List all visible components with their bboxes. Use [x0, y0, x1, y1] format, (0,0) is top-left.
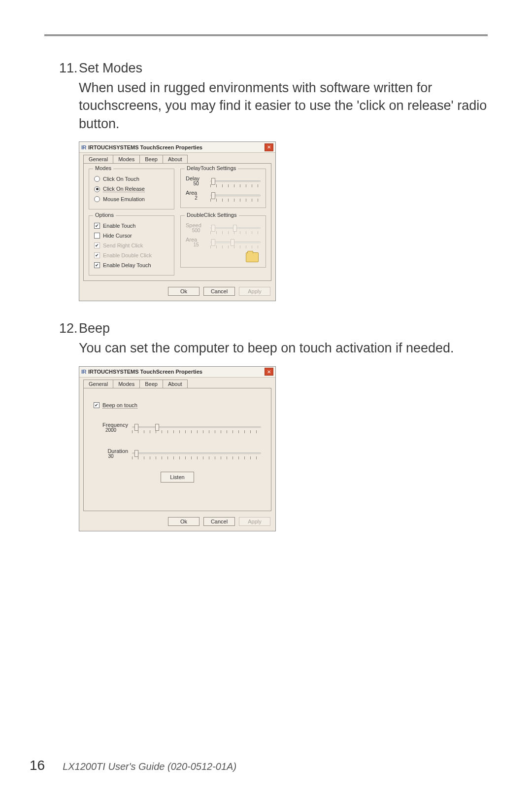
window-title: IRTOUCHSYSTEMS TouchScreen Properties — [88, 144, 202, 150]
section11-heading: 11.Set Modes — [59, 61, 488, 76]
check-enable-double-click: ✔ Enable Double Click — [94, 250, 169, 260]
slider-dbl-area: Area 15 — [186, 235, 261, 249]
group-delay-legend: DelayTouch Settings — [185, 165, 238, 171]
cancel-button[interactable]: Cancel — [203, 287, 235, 296]
group-options-legend: Options — [93, 212, 116, 218]
section12-number: 12. — [59, 321, 79, 336]
ok-button[interactable]: Ok — [168, 517, 200, 526]
section11-title: Set Modes — [79, 61, 142, 75]
close-icon[interactable]: ✕ — [265, 143, 273, 151]
group-dbl-legend: DoubleClick Settings — [185, 212, 239, 218]
app-logo: IR — [81, 369, 86, 375]
radio-mouse-emulation[interactable]: Mouse Emulation — [94, 194, 169, 204]
window-title-2: IRTOUCHSYSTEMS TouchScreen Properties — [88, 369, 202, 375]
tabbar-2: General Modes Beep About — [79, 378, 275, 388]
apply-button: Apply — [239, 517, 270, 526]
check-hide-cursor[interactable]: Hide Cursor — [94, 231, 169, 241]
check-enable-delay-touch[interactable]: ✔ Enable Delay Touch — [94, 260, 169, 270]
apply-button: Apply — [239, 287, 270, 296]
titlebar-2: IR IRTOUCHSYSTEMS TouchScreen Properties… — [79, 367, 275, 378]
check-beep-on-touch[interactable]: ✔ Beep on touch — [94, 400, 261, 411]
dialog-buttons: Ok Cancel Apply — [79, 284, 275, 301]
listen-button[interactable]: Listen — [161, 472, 194, 483]
group-delay-touch: DelayTouch Settings Delay 50 — [180, 169, 266, 208]
section12-heading: 12.Beep — [59, 321, 488, 336]
slider-duration[interactable]: Duration 30 — [94, 447, 261, 461]
page-rule — [44, 35, 488, 36]
tab-modes[interactable]: Modes — [113, 380, 140, 388]
section-12: 12.Beep You can set the computer to beep… — [59, 321, 488, 531]
tab-modes[interactable]: Modes — [113, 155, 140, 163]
dialog-modes: IR IRTOUCHSYSTEMS TouchScreen Properties… — [79, 141, 276, 301]
titlebar: IR IRTOUCHSYSTEMS TouchScreen Properties… — [79, 142, 275, 153]
slider-frequency[interactable]: Frequency 2000 — [94, 420, 261, 435]
app-logo: IR — [81, 144, 86, 150]
section11-body: When used in rugged environments with so… — [79, 79, 488, 133]
cancel-button[interactable]: Cancel — [203, 517, 235, 526]
footer-text: LX1200TI User's Guide (020-0512-01A) — [63, 761, 236, 772]
section12-body: You can set the computer to beep on touc… — [79, 339, 488, 357]
section-11: 11.Set Modes When used in rugged environ… — [59, 61, 488, 301]
tab-general[interactable]: General — [83, 155, 113, 163]
page-footer: 16 LX1200TI User's Guide (020-0512-01A) — [30, 758, 236, 773]
radio-click-on-touch[interactable]: Click On Touch — [94, 174, 169, 184]
group-modes: Modes Click On Touch Click On Release — [89, 169, 174, 209]
group-options: Options ✔ Enable Touch Hide Cursor — [89, 215, 174, 276]
tab-beep[interactable]: Beep — [139, 155, 163, 163]
slider-dbl-speed: Speed 500 — [186, 221, 261, 235]
tab-beep[interactable]: Beep — [139, 380, 163, 388]
slider-delay-area[interactable]: Area 2 — [186, 188, 261, 203]
close-icon[interactable]: ✕ — [265, 368, 273, 376]
check-enable-touch[interactable]: ✔ Enable Touch — [94, 221, 169, 231]
ok-button[interactable]: Ok — [168, 287, 200, 296]
group-double-click: DoubleClick Settings Speed 500 — [180, 215, 266, 268]
page-number: 16 — [30, 758, 45, 773]
group-modes-legend: Modes — [93, 165, 113, 171]
tab-panel-modes: Modes Click On Touch Click On Release — [83, 163, 271, 281]
dialog-buttons-2: Ok Cancel Apply — [79, 514, 275, 531]
tab-about[interactable]: About — [163, 380, 188, 388]
radio-click-on-release[interactable]: Click On Release — [94, 184, 169, 194]
check-send-right-click: ✔ Send Right Click — [94, 241, 169, 250]
section11-number: 11. — [59, 61, 79, 76]
tab-about[interactable]: About — [163, 155, 188, 163]
tabbar: General Modes Beep About — [79, 153, 275, 163]
tab-general[interactable]: General — [83, 380, 113, 388]
tab-panel-beep: ✔ Beep on touch Frequency 2000 — [83, 388, 271, 511]
slider-delay[interactable]: Delay 50 — [186, 174, 261, 188]
folder-icon[interactable] — [246, 252, 259, 262]
section12-title: Beep — [79, 321, 110, 336]
dialog-beep: IR IRTOUCHSYSTEMS TouchScreen Properties… — [79, 366, 276, 531]
